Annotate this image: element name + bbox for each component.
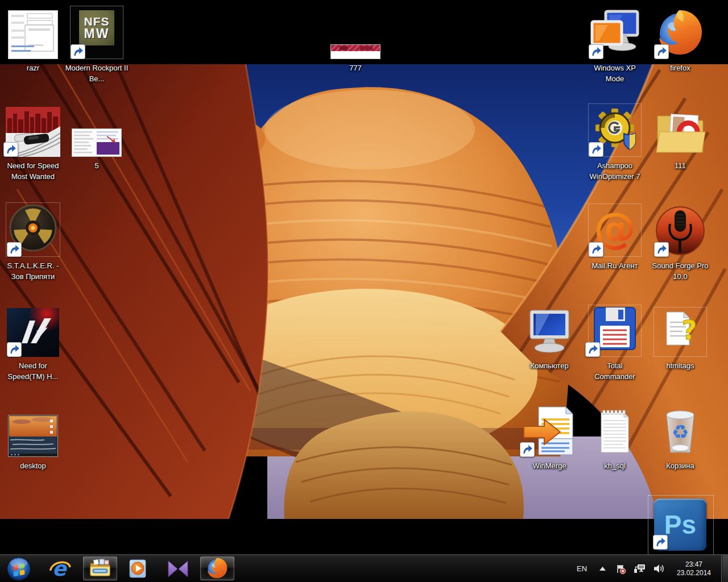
desktop-icon-htmltags[interactable]: ? htmltags [647,302,713,371]
shortcut-arrow-icon [589,242,603,257]
icon-label: htmltags [647,360,713,371]
icon-label: Total Commander [590,360,639,382]
clock-time: 23:47 [685,560,702,569]
shortcut-arrow-icon [71,44,85,59]
desktop-icon-total-commander[interactable]: Total Commander [582,302,648,382]
shortcut-arrow-icon [654,44,669,59]
photoshop-icon: Ps [648,496,712,551]
desktop-icon-nfs-most-wanted[interactable]: Need for Speed Most Wanted [0,102,66,182]
icon-label: desktop [0,460,66,471]
show-desktop-button[interactable] [721,555,728,582]
chevron-up-icon [599,567,606,571]
computer-monitor-icon [516,302,582,357]
icon-label: firefox [647,63,713,73]
desktop-icon-windows-xp-mode[interactable]: Windows XP Mode [582,5,648,84]
radiation-icon [0,202,66,257]
icon-label: Mail.Ru Агент [582,260,648,271]
screenshot-thumbnail [64,102,130,157]
desktop-icon-5[interactable]: 5 [64,102,130,171]
svg-text:♻: ♻ [672,421,689,443]
taskbar: e [0,554,728,582]
graffiti-text-mw: MW [84,27,110,40]
merge-documents-icon [516,402,582,457]
shortcut-arrow-icon [3,142,18,157]
razr-thumbnail [0,5,66,59]
kmplayer-button[interactable] [162,555,195,582]
shortcut-arrow-icon [654,242,669,257]
icon-label: S.T.A.L.K.E.R. - Зов Припяти [0,260,66,282]
desktop-screenshot-thumbnail [0,402,66,457]
desktop-icon-firefox[interactable]: firefox [647,5,713,73]
firefox-button[interactable] [200,556,234,580]
desktop-icon-ashampoo-winoptimizer[interactable]: Ashampoo WinOptimizer 7 [582,102,648,182]
system-tray: EN [557,555,728,582]
clock-date: 23.02.2014 [677,569,711,577]
nfs-mw-graffiti-thumbnail: NFS MW [64,5,130,59]
notepad-document-icon [582,402,648,457]
document-question-icon: ? [647,302,713,357]
icon-label: Need for Speed(TM) H... [5,360,61,382]
windows-explorer-icon [89,559,111,578]
icon-label: 5 [64,160,130,171]
desktop-icon-777[interactable]: 777 [322,5,388,73]
desktop: razr NFS MW Modern Rockport II Be... [0,0,728,554]
question-mark: ? [682,315,697,346]
start-button[interactable] [3,555,34,582]
windows-media-player-icon [127,558,148,580]
shortcut-arrow-icon [653,535,668,550]
icon-label: Need for Speed Most Wanted [0,160,66,182]
desktop-icon-razr[interactable]: razr [0,5,66,73]
icon-label: Sound Forge Pro 10.0 [647,260,713,282]
windows-media-player-button[interactable] [122,555,154,582]
firefox-icon [205,556,229,580]
shortcut-arrow-icon [585,342,600,357]
desktop-icon-stalker[interactable]: S.T.A.L.K.E.R. - Зов Припяти [0,202,66,282]
at-sign-icon: @ [582,202,648,257]
icon-label: Корзина [647,460,713,471]
firefox-icon [647,5,713,59]
shortcut-arrow-icon [520,442,535,457]
desktop-icon-recycle-bin[interactable]: ♻ Корзина [647,402,713,471]
desktop-icon-mailru-agent[interactable]: @ Mail.Ru Агент [582,202,648,271]
microphone-icon [647,202,713,257]
icon-label: kh_sql [582,460,648,471]
desktop-icon-111[interactable]: 111 [647,102,713,171]
desktop-icon-kh-sql[interactable]: kh_sql [582,402,648,471]
icon-label: Windows XP Mode [589,63,641,84]
internet-explorer-icon: e [48,558,72,580]
gear-shield-icon [582,102,648,157]
folder-with-photo-icon [647,102,713,157]
show-hidden-icons-button[interactable] [596,555,609,582]
icon-label: razr [0,63,66,73]
floppy-disk-icon [582,302,648,357]
windows-explorer-button[interactable] [83,556,117,580]
network-status-icon[interactable] [631,555,647,582]
shortcut-arrow-icon [589,44,603,59]
internet-explorer-button[interactable]: e [46,555,75,582]
icon-label: Компьютер [516,360,582,371]
desktop-icon-nfs-hot-pursuit[interactable]: Need for Speed(TM) H... [0,302,66,382]
ps-logo-text: Ps [664,509,696,540]
language-indicator[interactable]: EN [573,555,590,582]
desktop-icon-sound-forge[interactable]: Sound Forge Pro 10.0 [647,202,713,282]
icon-label: 111 [647,160,713,171]
recycle-bin-icon: ♻ [647,402,713,457]
desktop-icon-computer[interactable]: Компьютер [516,302,582,371]
icon-label: WinMerge [516,460,582,471]
banner-thumbnail [322,5,388,59]
icon-label: 777 [322,63,388,73]
nfs-most-wanted-icon [0,102,66,157]
action-center-flag-icon[interactable] [613,555,628,582]
desktop-icon-desktop[interactable]: desktop [0,402,66,471]
shortcut-arrow-icon [589,142,603,157]
clock[interactable]: 23:47 23.02.2014 [668,555,720,582]
desktop-icon-modern-rockport[interactable]: NFS MW Modern Rockport II Be... [64,5,130,84]
shortcut-arrow-icon [7,242,22,257]
volume-icon[interactable] [651,555,667,582]
nfs-logo-icon [0,302,66,357]
shortcut-arrow-icon [7,342,22,357]
desktop-icon-winmerge[interactable]: WinMerge [516,402,582,471]
kmplayer-icon [167,560,189,578]
graffiti-text-nfs: NFS [84,15,110,27]
desktop-icon-photoshop[interactable]: Ps [648,496,712,551]
